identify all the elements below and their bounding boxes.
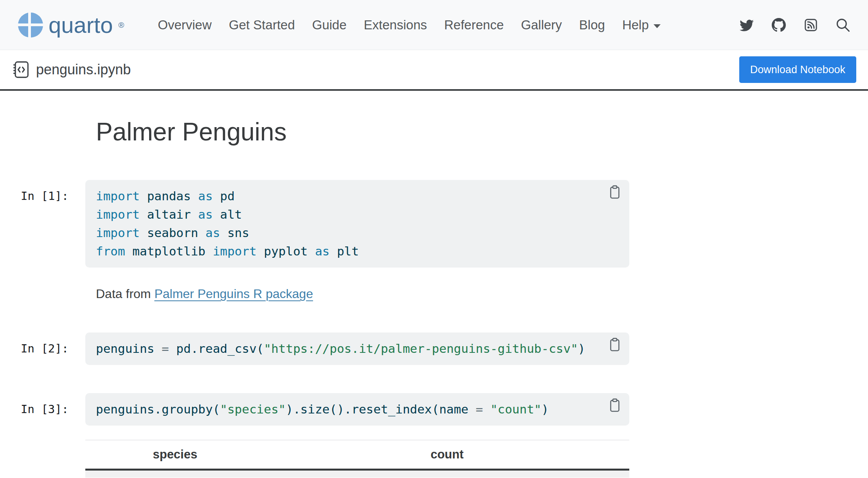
copy-to-clipboard-button[interactable] [607, 185, 622, 199]
registered-mark: ® [118, 21, 124, 29]
code-block: penguins.groupby("species").size().reset… [96, 400, 619, 419]
navbar-social-icons [740, 18, 850, 32]
nav-item-get-started[interactable]: Get Started [220, 18, 304, 32]
notebook-cell-3: In [3]: penguins.groupby("species").size… [85, 393, 629, 426]
code-token: pyplot [257, 244, 315, 258]
code-token: as [205, 226, 220, 240]
copy-to-clipboard-button[interactable] [607, 398, 622, 413]
table-row [85, 470, 629, 478]
dataframe-table: species count [85, 440, 629, 478]
code-token: penguins.groupby( [96, 402, 220, 416]
code-token: plt [330, 244, 359, 258]
cell-execution-label: In [1]: [21, 187, 68, 205]
clipboard-icon [607, 337, 622, 352]
code-block: penguins = pd.read_csv("https://pos.it/p… [96, 340, 619, 358]
code-token: from [96, 244, 125, 258]
code-token: alt [213, 207, 242, 221]
markdown-paragraph: Data from Palmer Penguins R package [96, 286, 629, 302]
code-token: import [96, 226, 140, 240]
nav-item-help-label: Help [622, 18, 649, 32]
page-title: Palmer Penguins [96, 117, 629, 146]
code-token [483, 402, 490, 416]
palmer-penguins-link[interactable]: Palmer Penguins R package [154, 287, 313, 301]
journal-code-icon [12, 61, 30, 79]
clipboard-icon [607, 185, 622, 199]
code-token: = [476, 402, 483, 416]
code-token: pandas [140, 189, 198, 203]
table-header-species: species [85, 440, 265, 470]
nav-menu: Overview Get Started Guide Extensions Re… [149, 18, 669, 32]
code-token: "count" [490, 402, 542, 416]
table-header-row: species count [85, 440, 629, 470]
code-token: import [96, 207, 140, 221]
code-token: matplotlib [125, 244, 213, 258]
chevron-down-icon [654, 24, 661, 28]
twitter-icon[interactable] [740, 18, 754, 32]
github-icon[interactable] [772, 18, 786, 32]
notebook-cell-1: In [1]: import pandas as pd import altai… [85, 180, 629, 268]
code-token: ) [578, 341, 585, 356]
nav-item-blog[interactable]: Blog [571, 18, 614, 32]
code-token: penguins [96, 341, 162, 356]
code-token: "https://pos.it/palmer-penguins-github-c… [264, 341, 578, 356]
quarto-docs-page: quarto ® Overview Get Started Guide Exte… [0, 0, 868, 478]
table-header-count: count [265, 440, 629, 470]
code-token: = [162, 341, 169, 356]
code-token: as [198, 207, 212, 221]
search-icon[interactable] [836, 18, 850, 32]
code-cell: penguins.groupby("species").size().reset… [85, 393, 629, 426]
cell-execution-label: In [2]: [21, 340, 68, 358]
code-block: import pandas as pd import altair as alt… [96, 187, 619, 261]
code-token: import [96, 189, 140, 203]
code-token: as [315, 244, 330, 258]
nav-item-guide[interactable]: Guide [304, 18, 355, 32]
code-token: pd [213, 189, 235, 203]
rss-icon[interactable] [804, 18, 818, 32]
nav-item-overview[interactable]: Overview [149, 18, 220, 32]
code-token: ) [542, 402, 549, 416]
clipboard-icon [607, 398, 622, 413]
quarto-logo-icon [18, 13, 43, 38]
code-token: altair [140, 207, 198, 221]
copy-to-clipboard-button[interactable] [607, 337, 622, 352]
cell-execution-label: In [3]: [21, 400, 68, 419]
nav-item-reference[interactable]: Reference [436, 18, 512, 32]
notebook-cell-2: In [2]: penguins = pd.read_csv("https://… [85, 332, 629, 365]
nav-item-gallery[interactable]: Gallery [512, 18, 571, 32]
code-token: seaborn [140, 226, 205, 240]
code-token: as [198, 189, 212, 203]
paragraph-text: Data from [96, 287, 154, 301]
code-cell: penguins = pd.read_csv("https://pos.it/p… [85, 332, 629, 365]
nav-item-help[interactable]: Help [614, 18, 669, 32]
code-token: pd.read_csv( [169, 341, 264, 356]
code-cell: import pandas as pd import altair as alt… [85, 180, 629, 268]
download-notebook-button[interactable]: Download Notebook [739, 56, 856, 83]
notebook-content: Palmer Penguins In [1]: import pandas as… [0, 117, 868, 478]
top-navbar: quarto ® Overview Get Started Guide Exte… [0, 0, 868, 50]
brand-name: quarto [49, 14, 113, 36]
quarto-logo[interactable]: quarto ® [18, 13, 124, 38]
code-token: sns [220, 226, 249, 240]
notebook-file: penguins.ipynb [12, 61, 131, 79]
nav-item-extensions[interactable]: Extensions [355, 18, 436, 32]
code-token: "species" [220, 402, 286, 416]
notebook-filename: penguins.ipynb [36, 61, 131, 78]
code-token: ).size().reset_index(name [286, 402, 475, 416]
notebook-file-bar: penguins.ipynb Download Notebook [0, 50, 868, 91]
code-token: import [213, 244, 257, 258]
